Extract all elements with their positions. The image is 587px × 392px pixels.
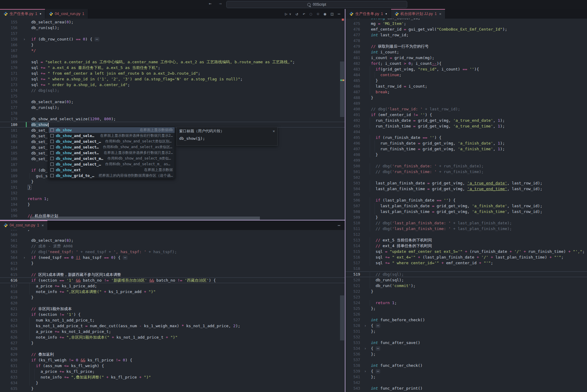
code-line-633[interactable]: 633note_info += ",叠加返利调整(" + ks_fl_price… bbox=[0, 374, 345, 380]
code-line-628[interactable]: 628 bbox=[0, 346, 345, 352]
code-line-172[interactable]: 172sql += " where a.shop_id in ('1', '2'… bbox=[0, 76, 345, 82]
code-line-537[interactable]: 537 bbox=[346, 357, 587, 363]
code-line-155[interactable]: 155db_select_area(0); bbox=[0, 19, 345, 25]
code-line-619[interactable]: 619} bbox=[0, 295, 345, 300]
code-line-195[interactable]: 195 bbox=[0, 207, 345, 213]
code-line-526[interactable]: 526 bbox=[346, 311, 587, 317]
code-line-532[interactable]: 532 bbox=[346, 334, 587, 340]
code-line-520[interactable]: 520db_run(sql); bbox=[346, 277, 587, 283]
code-line-170[interactable]: 170sql += " a.ext_4 as 最后任务下机, a.ext_5 a… bbox=[0, 65, 345, 70]
code-line-513[interactable]: 513// ext_5 当前任务的下机时间 bbox=[346, 237, 587, 243]
tab-prod-task-right[interactable]: 生产任务单.py 1 ● bbox=[346, 9, 391, 19]
code-line-193[interactable]: 193return 1; bbox=[0, 196, 345, 202]
code-line-630[interactable]: 630if (ks_fl_weigh != 0 && ks_fl_price !… bbox=[0, 357, 345, 363]
code-line-175[interactable]: 175 bbox=[0, 93, 345, 99]
code-line-488[interactable]: 488} bbox=[346, 95, 587, 100]
code-line-543[interactable]: 543int func_after_print() bbox=[346, 385, 587, 391]
code-line-613[interactable]: 613} bbox=[0, 260, 345, 266]
code-line-192[interactable]: 192 bbox=[0, 190, 345, 196]
editor-right[interactable]: 474string emf_center_id;475mg = 'MG_Item… bbox=[346, 15, 587, 392]
code-line-635[interactable]: 635} bbox=[0, 386, 345, 391]
code-line-525[interactable]: 525}; bbox=[346, 306, 587, 311]
code-line-504[interactable]: 504last_plan_finish_time = grid_get_v(mg… bbox=[346, 186, 587, 192]
code-line-158[interactable]: 158›if (db_row_count() == 0) { ⋯ bbox=[0, 36, 345, 42]
suggest-item-db_show[interactable]: db_show在界面上显示数据db bbox=[49, 127, 175, 133]
vertical-scrollbar-left-top[interactable] bbox=[340, 61, 344, 117]
code-line-497[interactable]: 497run_finish_time = grid_get_v(mg, 'a_f… bbox=[346, 146, 587, 152]
fold-icon[interactable]: › bbox=[363, 369, 368, 373]
fold-icon[interactable]: › bbox=[363, 346, 368, 351]
code-line-501[interactable]: 501// dbg('run_finish_time: ' + run_fini… bbox=[346, 169, 587, 175]
code-line-196[interactable]: 196// 机台排单计划 bbox=[0, 213, 345, 219]
code-line-177[interactable]: 177db_run(sql); bbox=[0, 105, 345, 110]
code-line-478[interactable]: 478 bbox=[346, 38, 587, 43]
code-line-500[interactable]: 500// dbg('run_finish_date: ' + run_fini… bbox=[346, 163, 587, 169]
code-line-511[interactable]: 511// dbg('last_plan_finish_time: ' + la… bbox=[346, 226, 587, 232]
code-line-510[interactable]: 510// dbg('last_plan_finish_date: ' + la… bbox=[346, 220, 587, 226]
code-line-616[interactable]: 616if (section == '1' && batch_no != '新疆… bbox=[0, 277, 345, 283]
editor-group-divider-vertical[interactable] bbox=[345, 9, 345, 392]
code-line-494[interactable]: 494 bbox=[346, 129, 587, 135]
code-line-194[interactable]: 194} bbox=[0, 202, 345, 207]
code-line-629[interactable]: 629// 叠加返利 bbox=[0, 352, 345, 357]
code-line-523[interactable]: 523 bbox=[346, 294, 587, 300]
code-line-174[interactable]: 174// dbg(sql); bbox=[0, 88, 345, 93]
tab-close-icon[interactable]: × bbox=[41, 223, 44, 228]
code-line-624[interactable]: 624ks_not_1_add_price_t = num_dec_cut((a… bbox=[0, 323, 345, 329]
code-line-166[interactable]: 166} bbox=[0, 42, 345, 48]
fold-icon[interactable]: › bbox=[21, 37, 28, 41]
code-line-524[interactable]: 524return 1; bbox=[346, 300, 587, 306]
code-line-505[interactable]: 505 bbox=[346, 192, 587, 197]
code-line-518[interactable]: 518 bbox=[346, 266, 587, 271]
code-line-503[interactable]: 503last_plan_finish_date = grid_get_v(mg… bbox=[346, 180, 587, 186]
code-line-508[interactable]: 508last_plan_finish_time = grid_get_v(mg… bbox=[346, 209, 587, 214]
code-line-173[interactable]: 173sql += " order by a.shop_id, a.center… bbox=[0, 82, 345, 88]
code-line-627[interactable]: 627} bbox=[0, 340, 345, 346]
suggest-item-db_show_and_select_[interactable]: db_show_and_select_…作用和db_show_and_selec… bbox=[49, 161, 175, 167]
tab-close-icon[interactable]: × bbox=[439, 12, 441, 16]
code-line-491[interactable]: 491if (emf_center_id != '') { bbox=[346, 112, 587, 118]
code-line-191[interactable]: 191} bbox=[0, 184, 345, 190]
tab-04-cost-run[interactable]: 04_cost_run.py 1 bbox=[45, 9, 88, 19]
code-line-538[interactable]: 538int func_after_check() bbox=[346, 363, 587, 368]
code-line-515[interactable]: 515sql = "update emf_center set ext_5='"… bbox=[346, 249, 587, 254]
code-line-622[interactable]: 622if (section != '1') { bbox=[0, 312, 345, 317]
code-line-507[interactable]: 507last_plan_finish_date = grid_get_v(mg… bbox=[346, 203, 587, 209]
next-change-icon[interactable]: ⊙ bbox=[317, 11, 319, 16]
code-line-484[interactable]: 484continue; bbox=[346, 72, 587, 78]
code-line-632[interactable]: 632a_price += ks_fl_price; bbox=[0, 369, 345, 374]
code-line-495[interactable]: 495if (run_finish_date == '') { bbox=[346, 135, 587, 140]
tab-dirty-dot[interactable]: ● bbox=[385, 12, 387, 15]
code-line-480[interactable]: 480int i_count; bbox=[346, 49, 587, 55]
nav-back-icon[interactable]: ← bbox=[206, 1, 214, 6]
open-changes-icon[interactable]: ◉ bbox=[324, 11, 326, 16]
code-line-496[interactable]: 496run_finish_date = grid_get_v(mg, 'a_f… bbox=[346, 140, 587, 146]
suggest-item-db_show_and_sele[interactable]: db_show_and_sele…在界面上显示数据并选择当前行数据只显示2… bbox=[49, 133, 175, 139]
run-dropdown-icon[interactable]: ∨ bbox=[289, 12, 291, 16]
code-line-621[interactable]: 621// 非区间1额外加成本 bbox=[0, 306, 345, 312]
code-line-176[interactable]: 176db_select_area(0); bbox=[0, 99, 345, 105]
code-line-539[interactable]: 539›{ ⋯ bbox=[346, 368, 587, 374]
code-line-615[interactable]: 615// 区间1成本调整，新疆西藏不参与区间1成本调整 bbox=[0, 272, 345, 277]
more-actions-icon[interactable]: ⋯ bbox=[338, 223, 340, 228]
code-line-631[interactable]: 631if (ass_num <= ks_fl_weigh) { bbox=[0, 363, 345, 369]
code-line-560[interactable]: 560 bbox=[0, 232, 345, 238]
editor-left-bottom[interactable]: 559}560561db_select_area(8);562// 成本 - 派… bbox=[0, 226, 345, 392]
code-line-561[interactable]: 561db_select_area(8); bbox=[0, 238, 345, 243]
code-line-512[interactable]: 512 bbox=[346, 232, 587, 237]
command-center-search[interactable]: 00Script bbox=[226, 1, 407, 8]
fold-icon[interactable]: › bbox=[363, 324, 368, 328]
code-line-502[interactable]: 502 bbox=[346, 175, 587, 180]
code-line-490[interactable]: 490// dbg('last_row_id: ' + last_row_id)… bbox=[346, 106, 587, 112]
code-line-563[interactable]: 563// dbg('need_tspf: ' + need_tspf + ',… bbox=[0, 249, 345, 255]
code-line-479[interactable]: 479// 获取到最后一行不为空的行号 bbox=[346, 43, 587, 49]
code-line-157[interactable]: 157 bbox=[0, 31, 345, 36]
code-line-534[interactable]: 534›{ ⋯ bbox=[346, 346, 587, 351]
code-line-482[interactable]: 482for(; i_count > 0; i_count--){ bbox=[346, 61, 587, 66]
code-line-617[interactable]: 617a_price += ks_1_price_add; bbox=[0, 283, 345, 289]
suggest-item-db_show_grid_to_[interactable]: db_show_grid_to_…把界面上的内容保存到数据库操作区（这个函… bbox=[49, 173, 175, 178]
code-line-533[interactable]: 533int func_after_save() bbox=[346, 340, 587, 346]
tab-dirty-dot[interactable]: ● bbox=[40, 12, 41, 15]
tab-machine-schedule[interactable]: 机台排单计划 JJ.py 1 × bbox=[391, 9, 445, 19]
suggest-item-db_show_and_select[interactable]: db_show_and_select…在界面上显示数据并选择多行数据只显示2… bbox=[49, 150, 175, 156]
